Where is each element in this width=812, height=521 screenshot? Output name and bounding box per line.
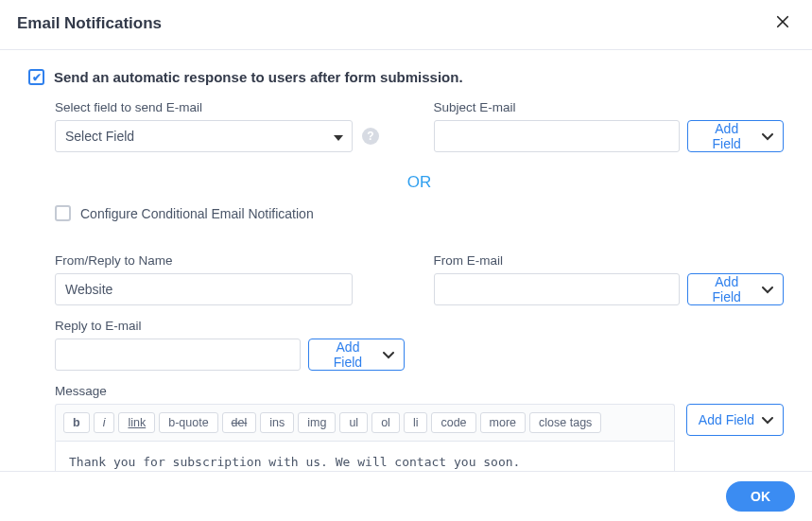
message-textarea[interactable]: Thank you for subscription with us. We w… bbox=[55, 441, 675, 471]
from-name-input[interactable] bbox=[55, 273, 353, 305]
add-field-label: Add Field bbox=[320, 339, 375, 370]
toolbar-bold-button[interactable]: b bbox=[63, 412, 90, 433]
subject-input[interactable] bbox=[434, 120, 680, 152]
toolbar-ul-button[interactable]: ul bbox=[339, 412, 368, 433]
select-field-dropdown[interactable] bbox=[55, 120, 353, 152]
reply-to-input[interactable] bbox=[55, 339, 301, 371]
toolbar-li-button[interactable]: li bbox=[404, 412, 428, 433]
toolbar-code-button[interactable]: code bbox=[431, 412, 475, 433]
editor-toolbar: b i link b-quote del ins img ul ol li co bbox=[55, 404, 675, 441]
add-field-message-button[interactable]: Add Field bbox=[686, 404, 784, 436]
add-field-reply-to-button[interactable]: Add Field bbox=[308, 339, 405, 371]
auto-response-checkbox[interactable] bbox=[28, 69, 44, 85]
add-field-label: Add Field bbox=[700, 274, 755, 304]
or-separator: OR bbox=[55, 173, 784, 192]
from-email-label: From E-mail bbox=[434, 253, 785, 268]
from-email-input[interactable] bbox=[434, 273, 680, 305]
chevron-down-icon bbox=[762, 412, 773, 427]
chevron-down-icon bbox=[383, 347, 394, 362]
add-field-label: Add Field bbox=[700, 121, 755, 151]
ok-button[interactable]: OK bbox=[726, 481, 795, 512]
add-field-label: Add Field bbox=[699, 412, 754, 427]
message-label: Message bbox=[55, 384, 784, 398]
toolbar-ins-button[interactable]: ins bbox=[260, 412, 294, 433]
chevron-down-icon bbox=[762, 129, 773, 144]
toolbar-link-button[interactable]: link bbox=[118, 412, 155, 433]
chevron-down-icon bbox=[762, 282, 773, 297]
subject-label: Subject E-mail bbox=[434, 100, 785, 114]
toolbar-img-button[interactable]: img bbox=[298, 412, 336, 433]
toolbar-more-button[interactable]: more bbox=[480, 412, 526, 433]
add-field-from-email-button[interactable]: Add Field bbox=[687, 273, 785, 305]
toolbar-closetags-button[interactable]: close tags bbox=[529, 412, 601, 433]
toolbar-bquote-button[interactable]: b-quote bbox=[159, 412, 217, 433]
close-icon bbox=[774, 17, 791, 33]
toolbar-del-button[interactable]: del bbox=[222, 412, 257, 433]
close-button[interactable] bbox=[770, 9, 795, 38]
auto-response-label: Send an automatic response to users afte… bbox=[54, 69, 463, 85]
add-field-subject-button[interactable]: Add Field bbox=[687, 120, 785, 152]
from-name-label: From/Reply to Name bbox=[55, 253, 406, 268]
reply-to-label: Reply to E-mail bbox=[55, 319, 406, 333]
help-icon[interactable]: ? bbox=[362, 128, 379, 145]
dialog-title: Email Notifications bbox=[17, 14, 162, 33]
conditional-label: Configure Conditional Email Notification bbox=[80, 206, 314, 221]
select-field-label: Select field to send E-mail bbox=[55, 100, 406, 114]
toolbar-ol-button[interactable]: ol bbox=[371, 412, 400, 433]
conditional-checkbox[interactable] bbox=[55, 205, 71, 221]
toolbar-italic-button[interactable]: i bbox=[94, 412, 115, 433]
